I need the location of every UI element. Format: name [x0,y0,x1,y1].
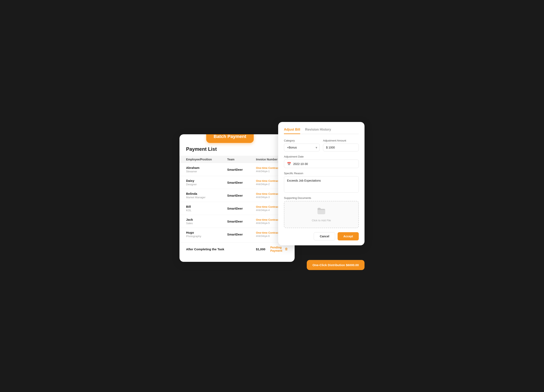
form-group-reason: Specific Reason Exceeds Job Expectations [284,172,359,193]
category-select-wrapper[interactable]: +Bonus ▾ [284,143,320,151]
date-label: Adjustment Date [284,155,359,158]
accept-button[interactable]: Accept [337,232,359,240]
employee-cell: Hugo Photography [186,231,227,238]
team-name: SmartDeer [227,233,256,236]
form-group-category: Category +Bonus ▾ [284,139,320,151]
calendar-icon: 📅 [287,162,291,166]
table-row: Belinda Market Manager SmartDeer One-tim… [179,189,295,202]
reason-label: Specific Reason [284,172,359,175]
folder-icon [317,207,326,217]
adjustment-amount-input[interactable] [323,143,359,151]
team-name: SmartDeer [227,194,256,197]
form-row-category: Category +Bonus ▾ Adjustment Amount [284,139,359,151]
scene: Batch Payment Payment List Employee/Posi… [179,122,365,270]
employee-name: Bill [186,205,227,208]
upload-area[interactable]: Click to Add File [284,201,359,228]
employee-name: Belinda [186,192,227,195]
employee-name: Abraham [186,166,227,169]
team-name: SmartDeer [227,168,256,171]
form-group-amount: Adjustment Amount [323,139,359,151]
reason-textarea[interactable]: Exceeds Job Expectations [284,176,359,193]
employee-position: KOL [186,209,227,212]
date-input-wrapper[interactable]: 📅 2022-10-30 [284,160,359,168]
employee-name: Hugo [186,231,227,234]
adjustment-amount-label: Adjustment Amount [323,139,359,142]
employee-position: Market Manager [186,196,227,199]
team-name: SmartDeer [227,207,256,210]
table-row: Abraham Streamer SmartDeer One-time Cont… [179,163,295,176]
after-task-label: After Completing the Task [186,247,256,251]
tab-revision-history[interactable]: Revision History [305,128,331,134]
table-header: Employee/Position Team Invoice Number [179,156,295,163]
table-row: Jack Sales SmartDeer One-time Contract #… [179,215,295,228]
employee-name: Daisy [186,179,227,182]
documents-label: Supporting Documents [284,196,359,200]
team-name: SmartDeer [227,181,256,184]
table-row: Bill KOL SmartDeer One-time Contract #mt… [179,202,295,215]
employee-position: Streamer [186,170,227,173]
col-employee: Employee/Position [186,158,227,161]
task-amount: $1,000 [256,247,266,251]
employee-position: Sales [186,222,227,225]
payment-card: Batch Payment Payment List Employee/Posi… [179,134,295,262]
tab-adjust-bill[interactable]: Adjust Bill [284,128,300,134]
employee-cell: Belinda Market Manager [186,192,227,199]
col-team: Team [227,158,256,161]
employee-cell: Daisy Designer [186,179,227,186]
modal-tabs: Adjust Bill Revision History [284,128,359,134]
table-row: Daisy Designer SmartDeer One-time Contra… [179,176,295,189]
batch-payment-badge[interactable]: Batch Payment [206,134,254,143]
form-group-date: Adjustment Date 📅 2022-10-30 [284,155,359,168]
upload-text: Click to Add File [312,219,331,222]
adjust-bill-modal: Adjust Bill Revision History Category +B… [278,122,365,245]
employee-cell: Jack Sales [186,218,227,225]
team-name: SmartDeer [227,220,256,223]
employee-cell: Abraham Streamer [186,166,227,173]
employee-position: Photography [186,235,227,238]
category-select[interactable]: +Bonus [284,143,320,151]
form-group-documents: Supporting Documents Click to Add File [284,196,359,228]
modal-actions: Cancel Accept [284,232,359,240]
employee-cell: Bill KOL [186,205,227,212]
date-value: 2022-10-30 [293,162,308,166]
cancel-button[interactable]: Cancel [314,232,335,240]
employee-name: Jack [186,218,227,221]
pending-badge: PendingPayment [270,246,282,252]
bottom-summary-row: After Completing the Task $1,000 Pending… [179,242,295,256]
distribution-button[interactable]: One-Click Distribution $6000.00 [307,260,365,270]
table-body: Abraham Streamer SmartDeer One-time Cont… [179,163,295,241]
table-row: Hugo Photography SmartDeer One-time Cont… [179,228,295,241]
employee-position: Designer [186,183,227,186]
trash-icon[interactable]: 🗑 [285,247,288,251]
category-label: Category [284,139,320,142]
